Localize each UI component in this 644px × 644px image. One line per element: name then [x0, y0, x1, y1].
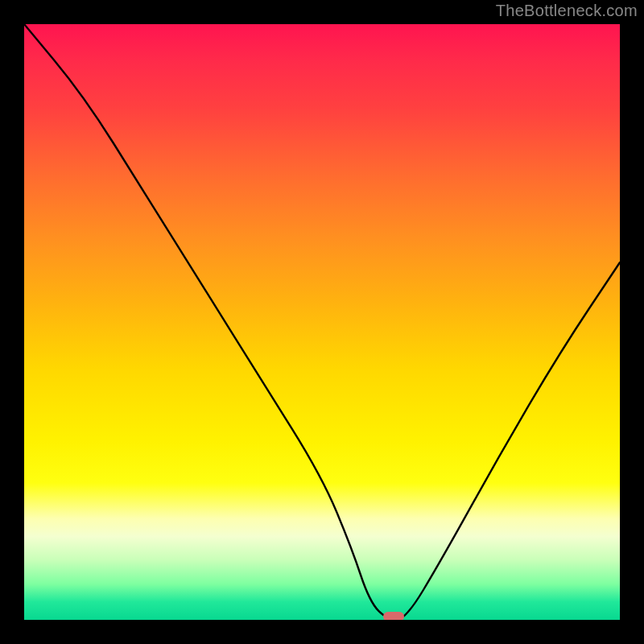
- chart-frame: TheBottleneck.com: [0, 0, 644, 644]
- watermark-text: TheBottleneck.com: [496, 2, 638, 20]
- optimal-marker: [383, 612, 404, 620]
- bottleneck-curve: [24, 24, 620, 620]
- plot-area: [24, 24, 620, 620]
